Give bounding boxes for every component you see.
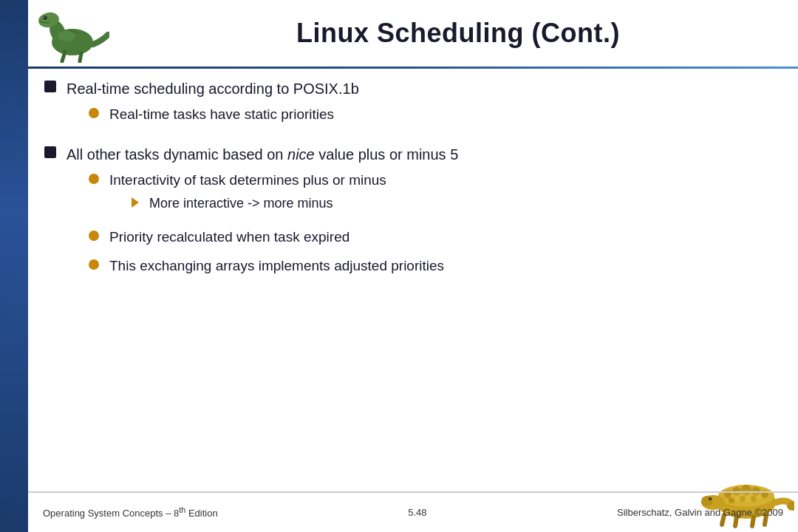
bullet-2-1-children: More interactive -> more minus — [132, 194, 386, 214]
slide-footer: Operating System Concepts – 8th Edition … — [28, 491, 798, 532]
bullet-2-3-text: This exchanging arrays implements adjust… — [109, 256, 444, 277]
bullet-2-1-text: Interactivity of task determines plus or… — [109, 172, 386, 188]
bullet-1-1-text: Real-time tasks have static priorities — [109, 104, 334, 126]
footer-page-number: 5.48 — [408, 507, 426, 518]
left-accent-bar — [0, 0, 28, 532]
bullet-2-1: Interactivity of task determines plus or… — [89, 170, 458, 220]
bullet-2-3: This exchanging arrays implements adjust… — [89, 256, 458, 277]
bullet-1-text: Real-time scheduling according to POSIX.… — [66, 81, 359, 97]
bullet-2-1-icon — [89, 174, 99, 184]
bullet-1-children: Real-time tasks have static priorities — [89, 104, 359, 126]
bullet-2-1-1: More interactive -> more minus — [132, 194, 386, 214]
svg-point-4 — [44, 17, 46, 18]
slide-title: Linux Scheduling (Cont.) — [296, 18, 620, 49]
svg-line-6 — [80, 53, 81, 61]
bullet-2-2-text: Priority recalculated when task expired — [109, 227, 349, 248]
bullet-2-children: Interactivity of task determines plus or… — [89, 170, 458, 277]
bullet-1-1-icon — [89, 108, 99, 118]
bullet-1-icon — [44, 81, 56, 92]
title-divider — [28, 66, 798, 69]
bullet-1-1: Real-time tasks have static priorities — [89, 104, 359, 126]
bullet-2-1-1-arrow-icon — [132, 197, 139, 208]
slide-title-area: Linux Scheduling (Cont.) — [118, 0, 798, 66]
bullet-2-2-icon — [89, 231, 99, 241]
footer-authors: Silberschatz, Galvin and Gagne ©2009 — [617, 507, 783, 518]
italic-nice: nice — [287, 146, 315, 163]
bullet-2-3-icon — [89, 259, 99, 270]
bullet-2-icon — [44, 146, 56, 158]
bullet-2-2: Priority recalculated when task expired — [89, 227, 458, 248]
top-dinosaur-image — [28, 4, 109, 63]
bullet-2-text: All other tasks dynamic based on nice va… — [66, 146, 458, 163]
bullet-1: Real-time scheduling according to POSIX.… — [44, 78, 776, 133]
bullet-2-1-1-text: More interactive -> more minus — [149, 194, 333, 214]
slide-content: Real-time scheduling according to POSIX.… — [44, 78, 776, 488]
svg-point-7 — [58, 31, 75, 41]
footer-edition: Operating System Concepts – 8th Edition — [43, 505, 218, 519]
bullet-2: All other tasks dynamic based on nice va… — [44, 143, 776, 284]
